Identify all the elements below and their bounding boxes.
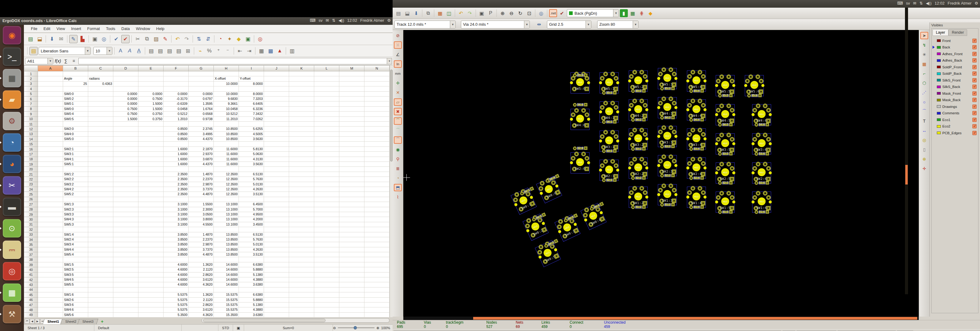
cell[interactable]	[38, 157, 63, 162]
layer-color-swatch[interactable]	[937, 99, 941, 101]
cell[interactable]	[339, 222, 364, 227]
cell[interactable]	[339, 297, 364, 302]
cell[interactable]: 4.2630	[239, 187, 264, 192]
cell[interactable]	[113, 86, 138, 91]
cell[interactable]: 14.6000	[214, 282, 239, 287]
cell[interactable]	[289, 172, 314, 177]
cell[interactable]: 4.3620	[189, 282, 214, 287]
cell[interactable]	[264, 167, 289, 172]
palette-icon[interactable]: ◔	[394, 174, 402, 182]
cell[interactable]	[314, 96, 339, 101]
row-header-5[interactable]: 5	[24, 92, 38, 96]
cell[interactable]	[364, 302, 390, 307]
cell[interactable]: SW2:2	[63, 177, 88, 182]
cell[interactable]: SW3:2	[63, 182, 88, 187]
cell[interactable]	[364, 197, 390, 202]
cell[interactable]	[314, 157, 339, 162]
layer-row-back[interactable]: Back	[932, 44, 977, 51]
chevron-down-icon[interactable]: ▼	[613, 10, 619, 17]
cell[interactable]: 11.6000	[214, 152, 239, 157]
cell[interactable]	[164, 142, 189, 147]
cell[interactable]: SW1:5	[63, 262, 88, 267]
user-menu[interactable]: Fredrik Atmer	[948, 1, 971, 5]
cell[interactable]: SW0:1	[63, 101, 88, 106]
cell[interactable]	[189, 227, 214, 232]
cell[interactable]	[88, 313, 113, 317]
row-header-26[interactable]: 26	[24, 197, 38, 202]
cell[interactable]	[88, 222, 113, 227]
layer-row-adhes_back[interactable]: Adhes_Back	[932, 57, 977, 64]
cell[interactable]: SW3:4	[63, 242, 88, 247]
chevron-down-icon[interactable]: ▼	[633, 21, 638, 28]
row-header-41[interactable]: 41	[24, 272, 38, 277]
cell[interactable]: 1.4870	[189, 172, 214, 177]
grid-origin-icon[interactable]: ✛	[920, 165, 928, 172]
cell[interactable]: 6.4500	[239, 202, 264, 207]
cell[interactable]	[314, 112, 339, 117]
cell[interactable]	[38, 92, 63, 96]
volume-icon[interactable]: ◀))	[339, 18, 344, 23]
cell[interactable]	[314, 76, 339, 81]
cell[interactable]: 13.1000	[214, 212, 239, 217]
cell[interactable]	[138, 297, 164, 302]
layer-color-swatch[interactable]	[937, 66, 941, 68]
cell[interactable]	[339, 76, 364, 81]
cell[interactable]	[38, 247, 63, 252]
page-style[interactable]: Default	[94, 325, 181, 331]
cell[interactable]	[189, 167, 214, 172]
print-icon[interactable]: ▣	[478, 9, 486, 17]
cell[interactable]: 15.5375	[214, 293, 239, 297]
cell[interactable]	[314, 207, 339, 212]
row-header-22[interactable]: 22	[24, 177, 38, 182]
cell[interactable]	[88, 167, 113, 172]
cell[interactable]	[339, 202, 364, 207]
cell[interactable]	[264, 262, 289, 267]
cell[interactable]	[38, 217, 63, 222]
cell[interactable]	[289, 76, 314, 81]
merge-cells-icon[interactable]: ⊞	[184, 47, 192, 55]
cell[interactable]: 6.5130	[239, 232, 264, 237]
cell[interactable]	[38, 288, 63, 293]
row-header-7[interactable]: 7	[24, 101, 38, 106]
cell[interactable]	[189, 71, 214, 76]
cell[interactable]: 3.1000	[164, 207, 189, 212]
cell[interactable]	[164, 257, 189, 262]
cell[interactable]	[339, 313, 364, 317]
cell[interactable]	[38, 293, 63, 297]
cell[interactable]: 10.5212	[214, 112, 239, 117]
cell[interactable]	[214, 71, 239, 76]
cell[interactable]: 3.5130	[239, 192, 264, 197]
cell[interactable]: 0.0458	[164, 107, 189, 112]
cell[interactable]	[38, 197, 63, 202]
cell[interactable]	[38, 117, 63, 122]
scrollbar-thumb[interactable]	[203, 319, 326, 322]
cell[interactable]	[289, 192, 314, 197]
cell[interactable]: 0.0000	[113, 96, 138, 101]
chevron-down-icon[interactable]: ▼	[450, 21, 455, 28]
cell[interactable]	[138, 147, 164, 152]
conditional-icon[interactable]: ▥	[288, 47, 296, 55]
cell[interactable]	[289, 122, 314, 126]
horizontal-scrollbar[interactable]	[202, 318, 390, 323]
cell[interactable]	[364, 202, 390, 207]
cell[interactable]	[314, 132, 339, 137]
cell[interactable]: SW0:4	[63, 112, 88, 117]
cell[interactable]	[314, 222, 339, 227]
cell[interactable]	[239, 257, 264, 262]
cell[interactable]	[339, 107, 364, 112]
mail-icon[interactable]: ✉	[913, 1, 916, 5]
layer-row-adhes_front[interactable]: Adhes_Front	[932, 51, 977, 57]
zoom-in-icon[interactable]: ⊕	[499, 9, 506, 17]
cell[interactable]: SW5:5	[63, 282, 88, 287]
cell[interactable]: 5.8880	[239, 267, 264, 272]
borders-icon[interactable]: ▦	[257, 47, 266, 55]
cell[interactable]	[88, 152, 113, 157]
cell[interactable]	[113, 237, 138, 242]
cell[interactable]	[339, 122, 364, 126]
delete-items-icon[interactable]: ▯	[920, 146, 928, 153]
cell[interactable]	[264, 172, 289, 177]
cell[interactable]	[264, 112, 289, 117]
drc-icon[interactable]: ✔	[558, 9, 566, 17]
cell[interactable]: 3.6380	[239, 282, 264, 287]
cell[interactable]	[38, 232, 63, 237]
